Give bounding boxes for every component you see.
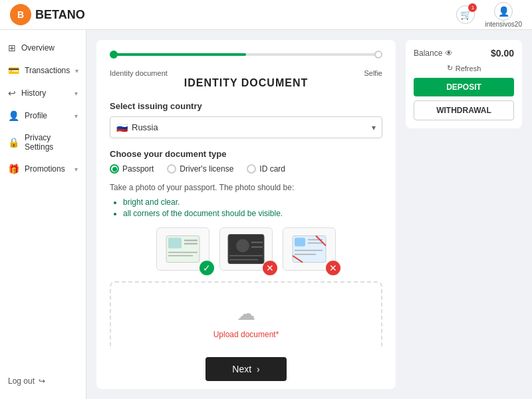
- bad-badge-icon-2: ✕: [326, 261, 340, 275]
- radio-label-drivers: Driver's license: [180, 164, 233, 174]
- next-arrow-icon: ›: [257, 364, 260, 374]
- radio-inner-passport: [112, 167, 117, 172]
- sidebar-label-history: History: [21, 88, 46, 98]
- bad-doc-svg-1: [226, 231, 266, 267]
- next-btn-wrapper: Next ›: [96, 349, 396, 389]
- doc-illustrations: ✓ ✕: [110, 227, 382, 271]
- doc-type-label: Choose your document type: [110, 149, 382, 159]
- svg-point-7: [236, 239, 249, 253]
- overview-icon: ⊞: [8, 43, 16, 53]
- radio-label-passport: Passport: [122, 164, 154, 174]
- upload-label: Upload document*: [131, 330, 361, 339]
- history-icon: ↩: [8, 88, 16, 98]
- bullet-list: bright and clear. all corners of the doc…: [123, 198, 382, 218]
- country-flag: 🇷🇺: [116, 122, 128, 133]
- sidebar-bottom: Log out ↪: [0, 370, 86, 392]
- refresh-button[interactable]: ↻ Refresh: [414, 64, 514, 72]
- deposit-button[interactable]: DEPOSIT: [414, 78, 514, 96]
- page-title: IDENTITY DOCUMENT: [110, 77, 382, 89]
- sidebar-label-transactions: Transactions: [25, 66, 70, 75]
- user-account-button[interactable]: 👤 intensivos20: [485, 2, 522, 28]
- balance-card: Balance 👁 $0.00 ↻ Refresh DEPOSIT WITHDR…: [406, 40, 522, 128]
- bullet-1: bright and clear.: [123, 198, 382, 207]
- progress-bar: [110, 53, 382, 56]
- next-label: Next: [232, 364, 251, 374]
- eye-icon: 👁: [445, 49, 453, 58]
- step1-label: Identity document: [110, 69, 168, 77]
- radio-passport[interactable]: Passport: [110, 164, 154, 174]
- progress-dot-end: [374, 51, 382, 59]
- good-badge-icon: ✓: [200, 261, 214, 275]
- chevron-down-icon: ▾: [74, 166, 78, 173]
- content-area: Identity document Selfie IDENTITY DOCUME…: [86, 30, 532, 399]
- balance-text: Balance: [414, 49, 442, 58]
- logo-icon: B: [10, 4, 31, 25]
- radio-circle-passport: [110, 164, 119, 174]
- withdrawal-button[interactable]: WITHDRAWAL: [414, 100, 514, 120]
- main-content: Identity document Selfie IDENTITY DOCUME…: [96, 40, 396, 389]
- next-button[interactable]: Next ›: [205, 357, 286, 381]
- cart-button[interactable]: 🛒 1: [456, 5, 475, 24]
- svg-rect-13: [295, 238, 305, 247]
- profile-icon: 👤: [8, 110, 19, 121]
- doc-example-bad2: ✕: [283, 227, 336, 271]
- logout-icon: ↪: [39, 376, 45, 386]
- sidebar-item-privacy[interactable]: 🔒 Privacy Settings: [0, 127, 86, 158]
- upload-icon: ☁: [131, 303, 361, 325]
- chevron-down-icon: ▾: [75, 67, 78, 74]
- sidebar-label-privacy: Privacy Settings: [25, 133, 78, 152]
- radio-circle-idcard: [247, 164, 256, 174]
- radio-circle-drivers: [167, 164, 176, 174]
- sidebar-item-history[interactable]: ↩ History ▾: [0, 82, 86, 104]
- info-text: Take a photo of your passport. The photo…: [110, 183, 382, 192]
- radio-idcard[interactable]: ID card: [247, 164, 285, 174]
- user-icon: 👤: [494, 2, 513, 21]
- country-select[interactable]: Russia: [110, 116, 382, 138]
- main-layout: ⊞ Overview 💳 Transactions ▾ ↩ History ▾ …: [0, 30, 532, 399]
- right-panel: Balance 👁 $0.00 ↻ Refresh DEPOSIT WITHDR…: [406, 40, 522, 389]
- cart-badge: 1: [468, 3, 477, 12]
- sidebar-item-profile[interactable]: 👤 Profile ▾: [0, 104, 86, 127]
- upload-text: Upload document: [213, 330, 276, 339]
- sidebar-label-profile: Profile: [25, 111, 47, 120]
- balance-row: Balance 👁 $0.00: [414, 48, 514, 59]
- privacy-icon: 🔒: [8, 137, 19, 148]
- header: B BETANO 🛒 1 👤 intensivos20: [0, 0, 532, 30]
- sidebar: ⊞ Overview 💳 Transactions ▾ ↩ History ▾ …: [0, 30, 86, 399]
- logout-label: Log out: [8, 376, 35, 386]
- chevron-down-icon: ▾: [372, 123, 376, 132]
- doc-type-row: Passport Driver's license ID card: [110, 164, 382, 174]
- username-label: intensivos20: [485, 21, 522, 28]
- transactions-icon: 💳: [8, 65, 19, 76]
- promotions-icon: 🎁: [8, 164, 19, 174]
- refresh-icon: ↻: [447, 64, 453, 72]
- cart-icon: 🛒 1: [456, 5, 475, 24]
- country-label: Select issuing country: [110, 101, 382, 111]
- doc-example-bad1: ✕: [219, 227, 273, 271]
- progress-fill: [110, 53, 246, 56]
- refresh-label: Refresh: [456, 65, 481, 72]
- logout-button[interactable]: Log out ↪: [8, 376, 78, 386]
- required-star: *: [276, 330, 279, 339]
- bad-doc-svg-2: [289, 231, 329, 267]
- bad-badge-icon-1: ✕: [263, 261, 277, 275]
- progress-dot-start: [110, 51, 118, 59]
- progress-labels: Identity document Selfie: [110, 69, 382, 77]
- radio-drivers[interactable]: Driver's license: [167, 164, 233, 174]
- balance-amount: $0.00: [491, 48, 514, 59]
- chevron-down-icon: ▾: [74, 90, 78, 97]
- chevron-down-icon: ▾: [74, 112, 78, 120]
- sidebar-item-transactions[interactable]: 💳 Transactions ▾: [0, 59, 86, 82]
- balance-label: Balance 👁: [414, 49, 453, 58]
- logo[interactable]: B BETANO: [10, 4, 85, 25]
- sidebar-item-overview[interactable]: ⊞ Overview: [0, 37, 86, 59]
- svg-rect-1: [168, 238, 182, 249]
- sidebar-label-overview: Overview: [21, 43, 55, 53]
- radio-label-idcard: ID card: [259, 164, 285, 174]
- sidebar-item-promotions[interactable]: 🎁 Promotions ▾: [0, 158, 86, 180]
- good-doc-svg: [163, 231, 203, 267]
- country-select-wrapper: 🇷🇺 Russia ▾: [110, 116, 382, 138]
- bullet-2: all corners of the document should be vi…: [123, 209, 382, 218]
- step2-label: Selfie: [364, 69, 382, 77]
- sidebar-label-promotions: Promotions: [25, 164, 65, 174]
